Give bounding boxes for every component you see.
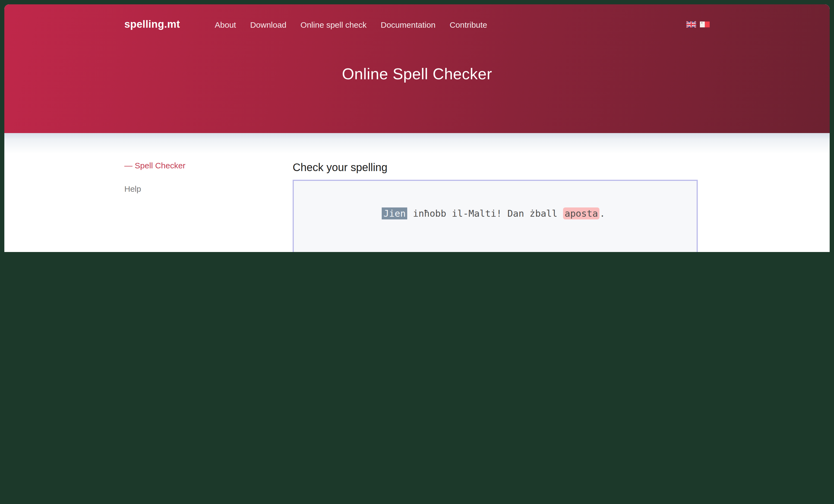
check-spelling-heading: Check your spelling [293, 161, 710, 174]
page-title: Online Spell Checker [124, 65, 710, 83]
nav-item-contribute[interactable]: Contribute [449, 20, 487, 29]
browser-page: spelling.mt About Download Online spell … [4, 4, 830, 252]
desktop-frame: spelling.mt About Download Online spell … [0, 0, 834, 252]
page-content: — Spell Checker Help Check your spelling… [4, 133, 830, 252]
main-panel: Check your spelling Jien inħobb il-Malti… [293, 161, 710, 252]
uk-flag-icon[interactable] [686, 21, 696, 28]
highlighted-word-misspelled[interactable]: aposta [563, 208, 600, 220]
highlighted-word-caps[interactable]: Jien [382, 208, 408, 220]
editor-plain-text-2: . [600, 208, 606, 219]
malta-flag-icon[interactable] [700, 21, 710, 28]
sidebar-item-spell-checker[interactable]: — Spell Checker [124, 161, 293, 170]
editor-plain-text: inħobb il-Malti! Dan żball [408, 208, 563, 219]
header-banner: spelling.mt About Download Online spell … [4, 4, 830, 133]
nav-item-about[interactable]: About [215, 20, 236, 29]
nav-item-online-spell-check[interactable]: Online spell check [301, 20, 367, 29]
top-nav-bar: spelling.mt About Download Online spell … [124, 4, 710, 30]
site-logo[interactable]: spelling.mt [124, 19, 180, 30]
sidebar-item-help[interactable]: Help [124, 185, 293, 193]
nav-item-download[interactable]: Download [250, 20, 286, 29]
spell-check-editor[interactable]: Jien inħobb il-Malti! Dan żball aposta. [293, 180, 698, 252]
sidebar: — Spell Checker Help [124, 161, 293, 252]
nav-item-documentation[interactable]: Documentation [381, 20, 436, 29]
language-switcher [686, 21, 710, 28]
main-nav: About Download Online spell check Docume… [215, 20, 487, 29]
